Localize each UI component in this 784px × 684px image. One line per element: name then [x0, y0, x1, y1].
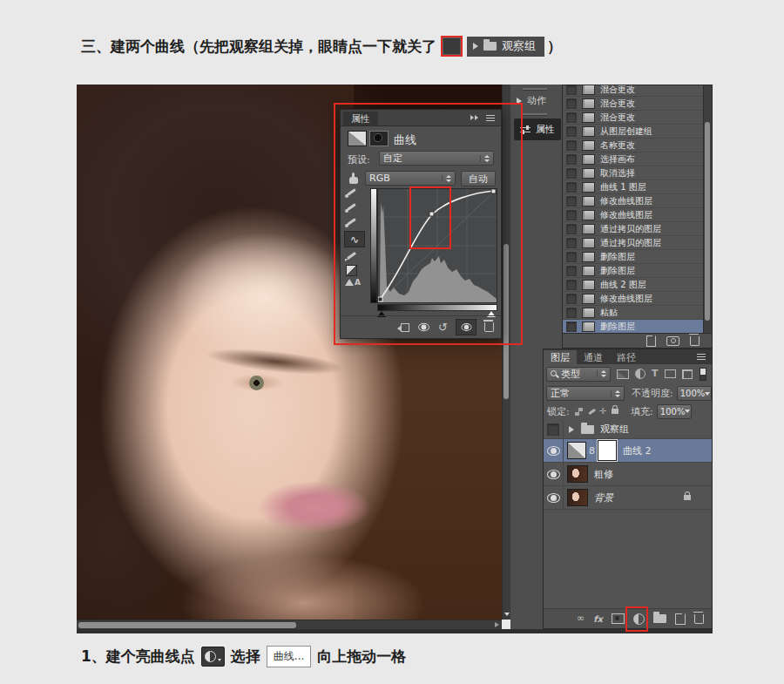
history-item[interactable]: 修改曲线图层 — [563, 194, 704, 208]
history-source-checkbox[interactable] — [566, 182, 577, 193]
history-source-checkbox[interactable] — [566, 322, 577, 332]
layer-mask-thumbnail[interactable] — [598, 440, 617, 461]
horizontal-scrollbar-thumb[interactable] — [78, 622, 296, 628]
blend-mode-dropdown[interactable]: 正常 — [546, 386, 625, 401]
history-source-checkbox[interactable] — [566, 85, 577, 95]
scroll-right-arrow-icon[interactable] — [495, 622, 499, 627]
history-item[interactable]: 名称更改 — [563, 139, 704, 152]
opacity-field[interactable]: 100% — [677, 386, 712, 401]
history-state-icon — [582, 140, 595, 151]
new-document-from-state-icon[interactable] — [646, 335, 656, 347]
history-source-checkbox[interactable] — [566, 168, 577, 179]
visibility-cell[interactable] — [544, 486, 564, 509]
history-scrollbar[interactable] — [703, 85, 712, 333]
filter-shape-layers-icon[interactable] — [665, 369, 676, 378]
add-mask-icon[interactable] — [612, 613, 625, 624]
history-item-label: 修改曲线图层 — [600, 195, 652, 207]
expand-triangle-icon[interactable] — [569, 426, 574, 433]
lock-transparency-icon[interactable] — [575, 408, 583, 416]
history-item[interactable]: 曲线 2 图层 — [563, 278, 704, 292]
filter-type-layers-icon[interactable]: T — [652, 369, 659, 378]
history-source-checkbox[interactable] — [566, 308, 577, 318]
dock-tab-properties-label: 属性 — [536, 123, 555, 136]
history-source-checkbox[interactable] — [566, 98, 577, 109]
layer-row-group[interactable]: 观察组 — [544, 420, 712, 439]
history-item-label: 通过拷贝的图层 — [600, 223, 661, 235]
history-source-checkbox[interactable] — [566, 238, 577, 248]
history-item[interactable]: 删除图层 — [563, 250, 704, 264]
filter-smart-objects-icon[interactable] — [682, 369, 693, 379]
history-item[interactable]: 通过拷贝的图层 — [563, 222, 704, 236]
filter-type-dropdown[interactable]: 类型 — [546, 367, 611, 382]
history-source-checkbox[interactable] — [566, 280, 577, 290]
history-state-icon — [582, 210, 595, 220]
link-layers-icon[interactable]: ∞ — [577, 614, 585, 623]
visibility-cell[interactable] — [544, 420, 564, 438]
layer-style-icon[interactable]: fx — [593, 614, 603, 624]
filter-toggle-icon[interactable] — [700, 368, 706, 381]
lock-position-icon[interactable]: ✛ — [599, 407, 606, 416]
history-item[interactable]: 删除图层 — [563, 264, 704, 278]
filter-type-value: 类型 — [561, 368, 593, 381]
adjustment-layer-button-icon — [201, 647, 225, 667]
history-item[interactable]: 取消选择 — [563, 166, 704, 180]
new-group-icon[interactable] — [653, 614, 666, 623]
history-item[interactable]: 选择画布 — [563, 152, 704, 166]
lock-all-icon[interactable] — [612, 409, 618, 414]
history-source-checkbox[interactable] — [566, 266, 577, 276]
visibility-cell[interactable] — [544, 463, 564, 485]
history-item[interactable]: 删除图层 — [563, 320, 704, 334]
dock-grip[interactable] — [523, 113, 547, 115]
history-source-checkbox[interactable] — [566, 294, 577, 304]
layers-tabbar: 图层 通道 路径 — [544, 349, 712, 364]
fill-field[interactable]: 100% — [657, 404, 692, 419]
layer-thumbnail[interactable] — [567, 465, 588, 483]
eye-icon[interactable] — [547, 493, 560, 503]
history-source-checkbox[interactable] — [566, 252, 577, 262]
delete-state-icon[interactable] — [690, 336, 700, 346]
history-source-checkbox[interactable] — [566, 112, 577, 123]
history-item[interactable]: 修改曲线图层 — [563, 208, 704, 222]
curves-layer-thumbnail[interactable] — [567, 442, 586, 459]
history-scrollbar-thumb[interactable] — [705, 122, 710, 321]
layer-row-retouch[interactable]: 粗修 — [544, 463, 712, 486]
scroll-down-arrow-icon[interactable] — [504, 613, 510, 616]
dock-grip[interactable] — [523, 88, 547, 90]
history-item[interactable]: 曲线 1 图层 — [563, 180, 704, 194]
visibility-checkbox-annotated[interactable] — [441, 36, 463, 57]
history-source-checkbox[interactable] — [566, 154, 577, 165]
history-item[interactable]: 粘贴 — [563, 306, 704, 320]
filter-pixel-layers-icon[interactable] — [617, 369, 629, 379]
panel-menu-icon[interactable] — [697, 354, 706, 360]
expand-triangle-icon[interactable] — [473, 43, 478, 50]
history-item[interactable]: 通过拷贝的图层 — [563, 236, 704, 250]
tab-channels[interactable]: 通道 — [577, 350, 610, 364]
eye-icon[interactable] — [547, 470, 560, 479]
new-layer-icon[interactable] — [675, 613, 686, 625]
history-source-checkbox[interactable] — [566, 210, 577, 220]
new-snapshot-icon[interactable] — [666, 336, 679, 346]
history-source-checkbox[interactable] — [566, 140, 577, 151]
history-item[interactable]: 混合更改 — [563, 111, 704, 125]
filter-adjustment-layers-icon[interactable] — [635, 369, 645, 379]
tab-paths[interactable]: 路径 — [610, 350, 643, 364]
layer-thumbnail[interactable] — [567, 489, 588, 506]
lock-label: 锁定: — [547, 405, 570, 418]
history-state-icon — [582, 168, 595, 179]
history-source-checkbox[interactable] — [566, 224, 577, 234]
visibility-checkbox-off[interactable] — [547, 423, 559, 436]
layer-row-curves[interactable]: 8 曲线 2 — [544, 439, 712, 463]
delete-layer-icon[interactable] — [694, 614, 704, 624]
history-item[interactable]: 混合更改 — [563, 97, 704, 111]
background-lock-icon — [684, 495, 691, 500]
history-item[interactable]: 从图层创建组 — [563, 125, 704, 139]
layer-row-background[interactable]: 背景 — [544, 486, 712, 510]
eye-icon[interactable] — [547, 446, 560, 456]
tab-layers[interactable]: 图层 — [544, 350, 577, 364]
history-source-checkbox[interactable] — [566, 126, 577, 137]
history-item[interactable]: 修改曲线图层 — [563, 292, 704, 306]
visibility-cell[interactable] — [544, 439, 564, 462]
history-item[interactable]: 混合更改 — [563, 85, 704, 97]
lock-pixels-icon[interactable] — [586, 407, 596, 416]
history-source-checkbox[interactable] — [566, 196, 577, 207]
